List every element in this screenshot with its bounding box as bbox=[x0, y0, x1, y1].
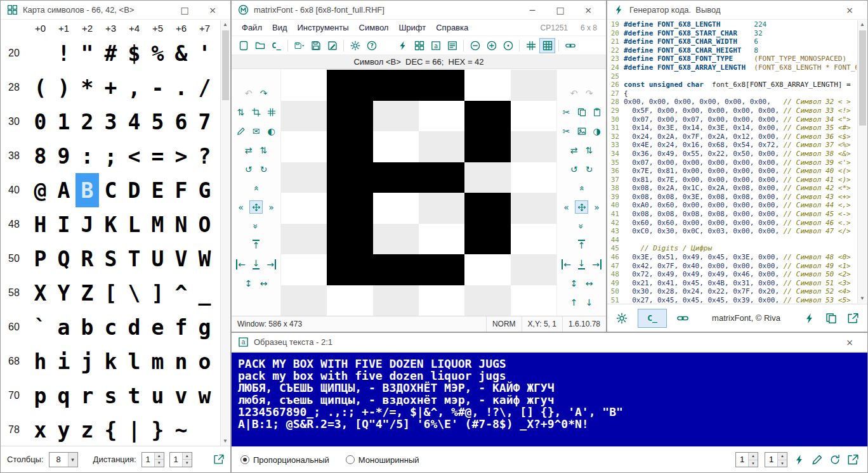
char-cell[interactable]: 7 bbox=[193, 105, 216, 139]
char-cell[interactable]: x bbox=[29, 413, 52, 446]
char-cell[interactable]: % bbox=[146, 36, 169, 70]
help-button[interactable]: ? bbox=[364, 38, 379, 53]
glyph-pixel[interactable] bbox=[511, 285, 556, 316]
char-cell[interactable]: - bbox=[146, 70, 169, 105]
align-bottom-button[interactable]: ↓ bbox=[575, 257, 588, 271]
spinner-arrows[interactable]: ▲▼ bbox=[154, 453, 164, 467]
char-cell[interactable]: o bbox=[193, 344, 216, 379]
menu-item-3[interactable]: Символ bbox=[354, 21, 394, 34]
char-cell[interactable]: > bbox=[169, 139, 193, 173]
invert-selection-button[interactable]: ◑ bbox=[590, 124, 603, 138]
char-cell[interactable] bbox=[29, 36, 52, 70]
glyph-pixel[interactable] bbox=[373, 101, 419, 132]
language-c-button[interactable]: C_ bbox=[638, 309, 667, 328]
close-icon[interactable]: × bbox=[838, 337, 861, 347]
wrap-vertical-button[interactable]: ↕ bbox=[242, 276, 255, 290]
char-cell[interactable]: 4 bbox=[122, 105, 146, 139]
char-cell[interactable]: i bbox=[52, 344, 76, 379]
export-code-button[interactable] bbox=[847, 313, 858, 324]
menu-item-4[interactable]: Шрифт bbox=[393, 21, 431, 34]
wrap-horizontal-button[interactable]: ↔ bbox=[582, 276, 596, 290]
shift-down-button[interactable]: » bbox=[249, 219, 263, 233]
char-cell[interactable]: p bbox=[29, 379, 52, 413]
char-cell[interactable]: 5 bbox=[146, 105, 169, 139]
char-cell[interactable]: w bbox=[193, 379, 216, 413]
shift-left-button[interactable]: « bbox=[560, 200, 573, 214]
glyph-pixel[interactable] bbox=[511, 193, 556, 224]
char-cell[interactable]: O bbox=[193, 207, 216, 242]
char-cell[interactable]: ; bbox=[99, 139, 122, 173]
radio-checked-icon[interactable] bbox=[240, 455, 249, 464]
monospaced-radio[interactable]: Моноширинный bbox=[346, 455, 419, 465]
glyph-pixel[interactable] bbox=[373, 254, 419, 285]
glyph-pixel[interactable] bbox=[281, 70, 327, 101]
save-menu-button[interactable] bbox=[291, 38, 307, 53]
char-cell[interactable]: k bbox=[99, 344, 122, 379]
export-sample-button[interactable] bbox=[847, 454, 858, 465]
glyph-pixel[interactable] bbox=[419, 254, 464, 285]
glyph-pixel[interactable] bbox=[373, 224, 419, 255]
rotate-left-button[interactable]: ↺ bbox=[567, 162, 581, 176]
gear-icon[interactable] bbox=[616, 313, 628, 324]
char-cell[interactable]: Q bbox=[52, 242, 76, 276]
flip-horizontal-button[interactable]: ⇄ bbox=[242, 143, 255, 157]
char-cell[interactable] bbox=[193, 413, 216, 446]
char-cell[interactable]: Y bbox=[52, 276, 76, 310]
char-cell[interactable]: / bbox=[193, 70, 216, 105]
char-map-toggle[interactable] bbox=[411, 38, 427, 53]
glyph-pixel[interactable] bbox=[373, 285, 419, 316]
redo-button[interactable]: ↷ bbox=[257, 86, 270, 100]
shift-right-button[interactable]: » bbox=[265, 200, 278, 214]
char-cell[interactable]: N bbox=[169, 207, 193, 242]
flip-horizontal-button[interactable]: ⇄ bbox=[567, 143, 581, 157]
char-cell[interactable]: = bbox=[146, 139, 169, 173]
new-font-button[interactable] bbox=[235, 38, 251, 53]
grid-lines-toggle[interactable] bbox=[539, 38, 555, 53]
glyph-pixel[interactable] bbox=[419, 162, 464, 193]
char-cell[interactable]: v bbox=[169, 379, 193, 413]
char-cell[interactable]: d bbox=[122, 310, 146, 344]
char-cell[interactable]: 2 bbox=[76, 105, 99, 139]
char-cell[interactable]: C bbox=[99, 173, 122, 207]
glyph-pixel[interactable] bbox=[511, 254, 556, 285]
radio-unchecked-icon[interactable] bbox=[346, 455, 355, 464]
pixel-grid-toggle[interactable] bbox=[523, 38, 539, 53]
maximize-button[interactable]: □ bbox=[173, 5, 196, 15]
char-cell[interactable]: j bbox=[76, 344, 99, 379]
scroll-thumb[interactable] bbox=[222, 30, 229, 100]
align-left-button[interactable]: ← bbox=[234, 257, 247, 271]
prev-char-button[interactable]: ↑ bbox=[567, 295, 581, 309]
glyph-pixel[interactable] bbox=[464, 70, 510, 101]
char-cell[interactable]: L bbox=[122, 207, 146, 242]
flip-vertical-button[interactable]: ⇅ bbox=[582, 143, 596, 157]
char-cell[interactable]: Z bbox=[76, 276, 99, 310]
undo-button[interactable]: ↶ bbox=[242, 86, 255, 100]
align-left-button[interactable]: ← bbox=[560, 257, 573, 271]
rotate-right-button[interactable]: ↻ bbox=[257, 162, 270, 176]
spinner-arrows[interactable]: ▲▼ bbox=[777, 453, 787, 467]
char-cell[interactable]: a bbox=[52, 310, 76, 344]
edit-sample-button[interactable] bbox=[812, 454, 823, 465]
glyph-pixel[interactable] bbox=[327, 254, 372, 285]
char-cell[interactable]: 0 bbox=[29, 105, 52, 139]
char-cell[interactable]: D bbox=[122, 173, 146, 207]
export-char-map-button[interactable] bbox=[213, 454, 224, 465]
glyph-pixel[interactable] bbox=[464, 101, 510, 132]
shift-up-button[interactable]: » bbox=[575, 181, 588, 195]
glyph-pixel[interactable] bbox=[464, 131, 510, 162]
scroll-up-icon[interactable]: ▲ bbox=[221, 20, 230, 29]
char-cell[interactable]: 1 bbox=[52, 105, 76, 139]
char-cell[interactable]: g bbox=[193, 310, 216, 344]
char-cell[interactable]: ( bbox=[29, 70, 52, 105]
glyph-pixel[interactable] bbox=[511, 224, 556, 255]
glyph-pixel[interactable] bbox=[511, 101, 556, 132]
char-cell[interactable]: F bbox=[169, 173, 193, 207]
char-cell[interactable]: r bbox=[76, 379, 99, 413]
glyph-pixel[interactable] bbox=[419, 131, 464, 162]
char-cell[interactable]: l bbox=[122, 344, 146, 379]
refresh-sample-button[interactable] bbox=[794, 454, 805, 465]
resize-button[interactable] bbox=[265, 105, 278, 119]
export-image-button[interactable] bbox=[575, 124, 588, 138]
char-cell[interactable]: A bbox=[52, 173, 76, 207]
align-top-button[interactable]: ↑ bbox=[575, 238, 588, 252]
